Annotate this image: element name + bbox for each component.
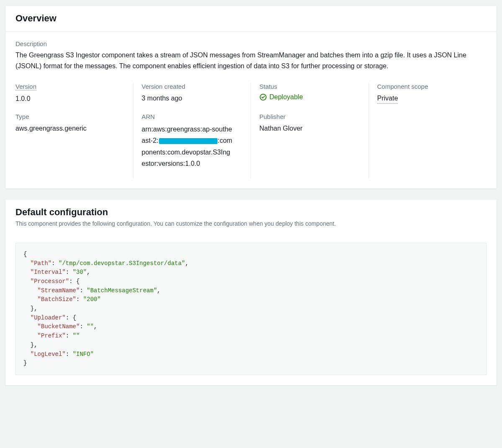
type-label: Type [15, 113, 125, 120]
detail-publisher: Publisher Nathan Glover [251, 113, 369, 178]
component-scope-label: Component scope [377, 83, 479, 90]
default-config-subtitle: This component provides the following co… [15, 220, 487, 227]
status-label: Status [259, 83, 360, 90]
overview-body: Description The Greengrass S3 Ingestor c… [5, 32, 497, 188]
default-config-panel: Default configuration This component pro… [5, 199, 497, 386]
detail-type: Type aws.greengrass.generic [15, 113, 133, 178]
detail-version: Version 1.0.0 [15, 83, 133, 113]
type-value: aws.greengrass.generic [15, 124, 125, 134]
overview-title: Overview [15, 13, 487, 24]
version-created-label: Version created [142, 83, 243, 90]
description-label: Description [15, 40, 487, 47]
version-created-value: 3 months ago [142, 93, 243, 103]
redacted-account-id [159, 138, 218, 144]
status-value: Deployable [259, 93, 360, 101]
version-value: 1.0.0 [15, 94, 125, 104]
arn-value: arn:aws:greengrass:ap-southeast-2::compo… [142, 124, 234, 169]
publisher-label: Publisher [259, 113, 360, 120]
check-circle-icon [259, 93, 267, 101]
arn-label: ARN [142, 113, 243, 120]
detail-component-scope: Component scope Private [369, 83, 487, 113]
details-grid: Version 1.0.0 Version created 3 months a… [15, 83, 487, 178]
version-label: Version [15, 83, 36, 90]
overview-header: Overview [5, 5, 497, 32]
publisher-value: Nathan Glover [259, 124, 360, 134]
detail-version-created: Version created 3 months ago [133, 83, 251, 113]
overview-panel: Overview Description The Greengrass S3 I… [5, 5, 497, 189]
detail-arn: ARN arn:aws:greengrass:ap-southeast-2::c… [133, 113, 251, 178]
component-scope-value: Private [377, 93, 398, 104]
default-config-title: Default configuration [15, 207, 487, 218]
default-config-header: Default configuration This component pro… [5, 199, 497, 230]
status-text: Deployable [269, 93, 303, 101]
default-config-body: { "Path": "/tmp/com.devopstar.S3Ingestor… [5, 230, 497, 385]
detail-status: Status Deployable [251, 83, 369, 113]
detail-empty [369, 113, 487, 178]
config-code-block[interactable]: { "Path": "/tmp/com.devopstar.S3Ingestor… [15, 243, 487, 375]
description-text: The Greengrass S3 Ingestor component tak… [15, 50, 487, 71]
